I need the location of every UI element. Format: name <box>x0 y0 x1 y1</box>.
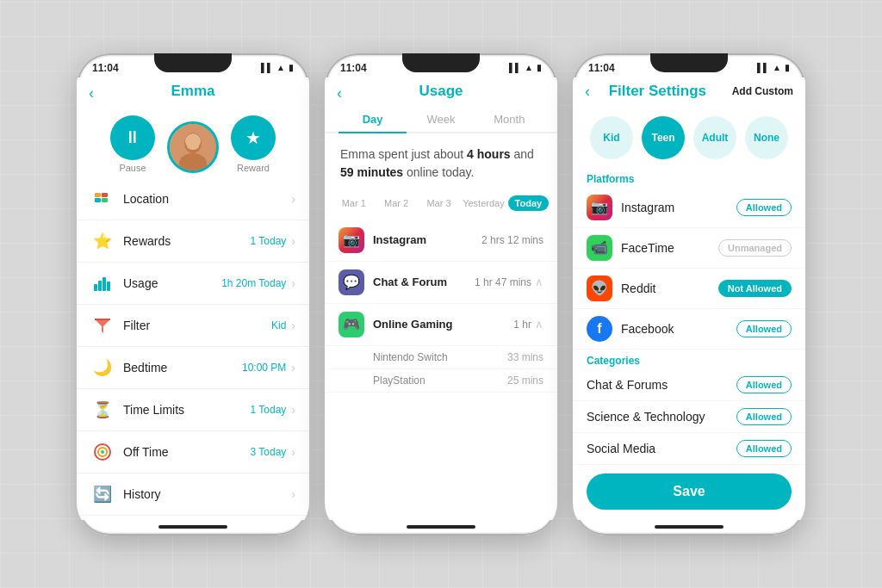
chat-name: Chat & Forum <box>373 275 475 288</box>
menu-item-location[interactable]: Location › <box>77 178 309 220</box>
status-icons-3: ▌▌ ▲ ▮ <box>757 63 790 72</box>
back-arrow-1[interactable]: ‹ <box>89 84 94 102</box>
cat-chat-status[interactable]: Allowed <box>736 376 792 393</box>
menu-item-offtime[interactable]: Off Time 3 Today › <box>77 431 309 473</box>
age-teen[interactable]: Teen <box>642 116 685 159</box>
tab-week[interactable]: Week <box>407 107 475 133</box>
age-adult[interactable]: Adult <box>693 116 736 159</box>
svg-rect-7 <box>102 193 108 197</box>
usage-chevron: › <box>291 276 295 290</box>
usage-icon <box>90 271 115 295</box>
reward-btn[interactable]: ★ Reward <box>231 115 276 173</box>
playstation-name: PlayStation <box>373 374 507 387</box>
history-icon: 🔄 <box>90 482 115 506</box>
usage-summary: Emma spent just about 4 hours and 59 min… <box>325 133 557 190</box>
rd-status[interactable]: Not Allowed <box>718 280 792 297</box>
tab-month[interactable]: Month <box>475 107 543 133</box>
date-row: Mar 1 Mar 2 Mar 3 Yesterday Today <box>325 190 557 216</box>
categories-section-label: Categories <box>573 350 805 369</box>
app-row-chat[interactable]: 💬 Chat & Forum 1 hr 47 mins ∧ <box>325 262 557 304</box>
phone-3-screen: ‹ Filter Settings Add Custom Kid Teen Ad… <box>573 77 805 520</box>
chat-chevron: ∧ <box>535 275 543 288</box>
filter-icon <box>90 313 115 337</box>
home-bar-3 <box>655 525 724 529</box>
fb-plat-icon: f <box>587 316 612 342</box>
cat-row-social: Social Media Allowed <box>573 433 805 465</box>
menu-item-rewards[interactable]: ⭐ Rewards 1 Today › <box>77 220 309 263</box>
fb-status[interactable]: Allowed <box>736 320 792 337</box>
reward-label: Reward <box>237 163 270 173</box>
date-mar1[interactable]: Mar 1 <box>333 195 374 211</box>
cat-social-status[interactable]: Allowed <box>736 440 792 457</box>
nintendo-name: Nintendo Switch <box>373 351 507 363</box>
ft-status[interactable]: Unmanaged <box>718 239 792 257</box>
location-icon <box>90 187 115 211</box>
platforms-section-label: Platforms <box>573 168 805 188</box>
wifi-icon-2: ▲ <box>525 63 533 72</box>
rewards-label: Rewards <box>123 234 251 248</box>
history-chevron: › <box>291 487 295 501</box>
bedtime-icon: 🌙 <box>90 356 115 380</box>
age-kid[interactable]: Kid <box>590 116 633 159</box>
app-list: 📷 Instagram 2 hrs 12 mins 💬 Chat & Forum… <box>325 216 557 396</box>
timelimits-badge: 1 Today <box>251 404 287 416</box>
signal-icon-2: ▌▌ <box>509 63 521 72</box>
home-indicator-3 <box>573 520 805 535</box>
menu-item-filter[interactable]: Filter Kid › <box>77 305 309 347</box>
cat-science-status[interactable]: Allowed <box>736 408 792 425</box>
instagram-name: Instagram <box>373 233 481 246</box>
menu-item-history[interactable]: 🔄 History › <box>77 473 309 516</box>
rewards-badge: 1 Today <box>251 235 287 247</box>
ig-status[interactable]: Allowed <box>736 199 792 216</box>
platform-row-facetime: 📹 FaceTime Unmanaged <box>573 228 805 269</box>
ig-plat-icon: 📷 <box>587 195 612 220</box>
phone-2-screen: ‹ Usage Day Week Month Emma spent just a… <box>325 77 557 520</box>
menu-list: Location › ⭐ Rewards 1 Today › Usage 1h … <box>77 178 309 520</box>
menu-item-bedtime[interactable]: 🌙 Bedtime 10:00 PM › <box>77 347 309 389</box>
filter-chevron: › <box>291 319 295 332</box>
svg-rect-8 <box>102 198 108 202</box>
p1-title: Emma <box>77 83 309 100</box>
home-bar-2 <box>407 525 475 529</box>
filter-label: Filter <box>123 319 271 332</box>
date-mar2[interactable]: Mar 2 <box>376 195 416 211</box>
p2-title: Usage <box>325 83 557 100</box>
svg-rect-12 <box>107 282 110 291</box>
gaming-time: 1 hr <box>513 319 531 331</box>
wifi-icon: ▲ <box>276 63 285 72</box>
avatar-svg <box>170 124 216 170</box>
battery-icon-3: ▮ <box>785 63 790 72</box>
date-yesterday[interactable]: Yesterday <box>461 195 506 211</box>
age-none[interactable]: None <box>745 116 788 159</box>
phone-1: 11:04 ▌▌ ▲ ▮ ‹ Emma ⏸ Pause <box>77 53 309 535</box>
avatar-photo[interactable] <box>167 121 219 173</box>
tab-day[interactable]: Day <box>339 107 407 133</box>
date-today[interactable]: Today <box>508 195 549 211</box>
save-button[interactable]: Save <box>587 473 792 510</box>
instagram-time: 2 hrs 12 mins <box>481 234 543 246</box>
app-row-gaming[interactable]: 🎮 Online Gaming 1 hr ∧ <box>325 304 557 346</box>
status-icons-1: ▌▌ ▲ ▮ <box>261 63 294 72</box>
signal-icon: ▌▌ <box>261 63 273 72</box>
menu-item-usage[interactable]: Usage 1h 20m Today › <box>77 263 309 305</box>
notch-2 <box>402 53 480 72</box>
timelimits-chevron: › <box>291 403 295 417</box>
menu-item-timelimits[interactable]: ⏳ Time Limits 1 Today › <box>77 389 309 431</box>
home-indicator-2 <box>325 520 557 535</box>
status-time-1: 11:04 <box>92 62 119 74</box>
cat-social-name: Social Media <box>587 442 736 455</box>
location-label: Location <box>123 192 286 206</box>
phone-1-screen: ‹ Emma ⏸ Pause <box>77 77 309 520</box>
svg-rect-11 <box>102 277 106 291</box>
gaming-icon: 🎮 <box>339 312 364 337</box>
back-arrow-2[interactable]: ‹ <box>337 84 342 102</box>
rewards-chevron: › <box>291 234 295 248</box>
summary-text: Emma spent just about 4 hours and 59 min… <box>340 147 534 179</box>
p3-add-custom[interactable]: Add Custom <box>732 85 793 97</box>
phone-2: 11:04 ▌▌ ▲ ▮ ‹ Usage Day Week Month Emma… <box>325 53 557 535</box>
date-mar3[interactable]: Mar 3 <box>419 195 459 211</box>
chat-time: 1 hr 47 mins <box>475 276 531 288</box>
pause-btn[interactable]: ⏸ Pause <box>110 115 155 173</box>
sub-row-nintendo: Nintendo Switch 33 mins <box>325 346 557 369</box>
app-row-instagram[interactable]: 📷 Instagram 2 hrs 12 mins <box>325 220 557 262</box>
